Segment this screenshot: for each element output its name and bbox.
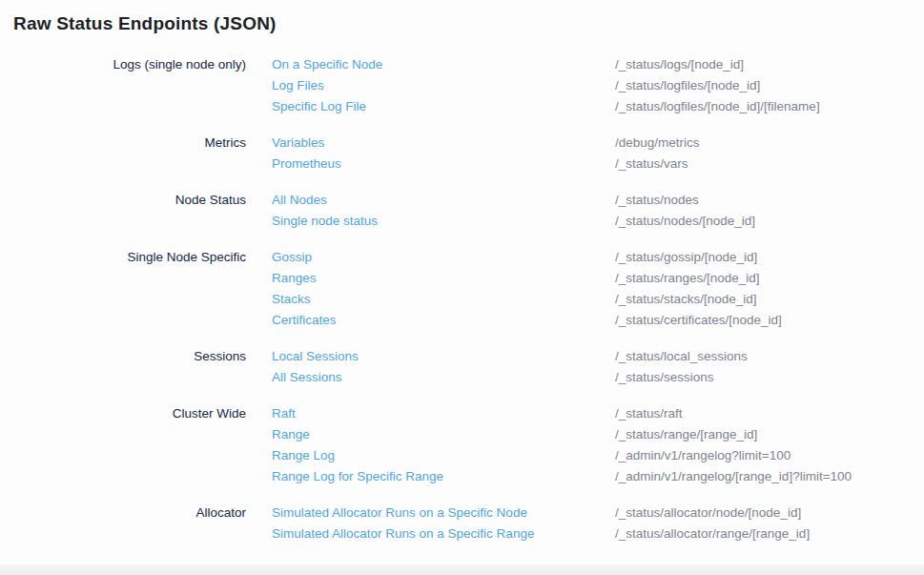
endpoint-group-single-node-specific: Single Node Specific Gossip Ranges Stack… — [0, 247, 924, 331]
page-title: Raw Status Endpoints (JSON) — [0, 0, 924, 35]
endpoint-link[interactable]: Specific Log File — [272, 96, 366, 117]
endpoint-link[interactable]: Certificates — [272, 310, 337, 331]
url-column: /_status/local_sessions /_status/session… — [615, 346, 924, 388]
endpoint-link[interactable]: Simulated Allocator Runs on a Specific R… — [272, 524, 534, 544]
endpoint-group-logs: Logs (single node only) On a Specific No… — [0, 54, 924, 117]
endpoint-url: /_status/gossip/[node_id] — [615, 247, 924, 268]
endpoint-link[interactable]: Range Log — [272, 445, 335, 466]
endpoint-group-metrics: Metrics Variables Prometheus /debug/metr… — [0, 133, 924, 175]
endpoint-link[interactable]: Stacks — [272, 289, 311, 310]
endpoint-group-node-status: Node Status All Nodes Single node status… — [0, 190, 924, 232]
endpoint-group-sessions: Sessions Local Sessions All Sessions /_s… — [0, 346, 924, 388]
endpoint-group-cluster-wide: Cluster Wide Raft Range Range Log Range … — [0, 403, 924, 487]
endpoint-url: /_status/certificates/[node_id] — [615, 310, 924, 331]
endpoint-group-allocator: Allocator Simulated Allocator Runs on a … — [0, 503, 924, 544]
link-column: Simulated Allocator Runs on a Specific N… — [272, 503, 615, 544]
link-column: All Nodes Single node status — [272, 190, 615, 232]
url-column: /_status/gossip/[node_id] /_status/range… — [615, 247, 924, 331]
endpoint-link[interactable]: Ranges — [272, 268, 317, 289]
endpoint-groups: Logs (single node only) On a Specific No… — [0, 54, 924, 544]
endpoint-link[interactable]: Local Sessions — [272, 346, 359, 367]
category-label: Metrics — [0, 133, 272, 154]
endpoint-url: /_status/logfiles/[node_id]/[filename] — [615, 96, 924, 117]
endpoint-link[interactable]: Log Files — [272, 75, 324, 96]
category-label: Logs (single node only) — [0, 54, 272, 75]
endpoint-url: /_status/sessions — [615, 367, 924, 388]
endpoint-url: /_status/vars — [615, 154, 924, 175]
endpoint-link[interactable]: Prometheus — [272, 154, 341, 175]
category-label: Sessions — [0, 346, 272, 367]
url-column: /_status/raft /_status/range/[range_id] … — [615, 403, 924, 487]
category-label: Cluster Wide — [0, 403, 272, 424]
endpoint-url: /debug/metrics — [615, 133, 924, 154]
endpoint-url: /_admin/v1/rangelog?limit=100 — [615, 445, 924, 466]
endpoint-url: /_status/ranges/[node_id] — [615, 268, 924, 289]
endpoint-url: /_status/allocator/node/[node_id] — [615, 503, 924, 524]
endpoint-url: /_status/nodes — [615, 190, 924, 211]
url-column: /debug/metrics /_status/vars — [615, 133, 924, 175]
url-column: /_status/allocator/node/[node_id] /_stat… — [615, 503, 924, 544]
endpoint-url: /_status/range/[range_id] — [615, 424, 924, 445]
category-label: Node Status — [0, 190, 272, 211]
endpoint-link[interactable]: On a Specific Node — [272, 54, 382, 75]
endpoint-link[interactable]: All Sessions — [272, 367, 342, 388]
link-column: Gossip Ranges Stacks Certificates — [272, 247, 615, 331]
endpoint-link[interactable]: Raft — [272, 403, 296, 424]
endpoint-link[interactable]: Simulated Allocator Runs on a Specific N… — [272, 503, 527, 524]
endpoint-link[interactable]: Range Log for Specific Range — [272, 466, 443, 487]
endpoint-url: /_status/stacks/[node_id] — [615, 289, 924, 310]
raw-status-endpoints-page: Raw Status Endpoints (JSON) Logs (single… — [0, 0, 924, 544]
link-column: Raft Range Range Log Range Log for Speci… — [272, 403, 615, 487]
endpoint-link[interactable]: Gossip — [272, 247, 312, 268]
link-column: Local Sessions All Sessions — [272, 346, 615, 388]
url-column: /_status/logs/[node_id] /_status/logfile… — [615, 54, 924, 117]
endpoint-link[interactable]: Variables — [272, 133, 324, 154]
endpoint-link[interactable]: All Nodes — [272, 190, 327, 211]
link-column: On a Specific Node Log Files Specific Lo… — [272, 54, 615, 117]
endpoint-link[interactable]: Range — [272, 424, 310, 445]
endpoint-link[interactable]: Single node status — [272, 211, 378, 232]
endpoint-url: /_status/logfiles/[node_id] — [615, 75, 924, 96]
category-label: Allocator — [0, 503, 272, 524]
endpoint-url: /_status/nodes/[node_id] — [615, 211, 924, 232]
page-bottom-strip — [0, 565, 924, 575]
endpoint-url: /_status/raft — [615, 403, 924, 424]
endpoint-url: /_status/logs/[node_id] — [615, 54, 924, 75]
url-column: /_status/nodes /_status/nodes/[node_id] — [615, 190, 924, 232]
endpoint-url: /_admin/v1/rangelog/[range_id]?limit=100 — [615, 466, 924, 487]
endpoint-url: /_status/allocator/range/[range_id] — [615, 524, 924, 544]
category-label: Single Node Specific — [0, 247, 272, 268]
endpoint-url: /_status/local_sessions — [615, 346, 924, 367]
link-column: Variables Prometheus — [272, 133, 615, 175]
